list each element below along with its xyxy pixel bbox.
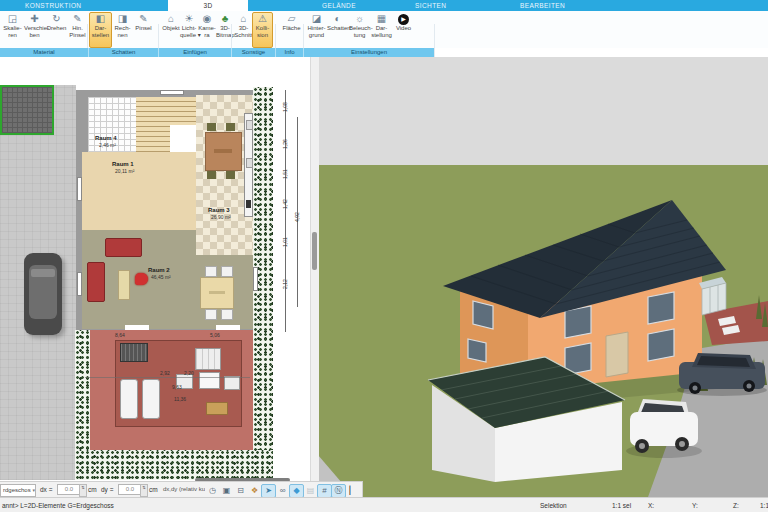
dx-label: dx = (40, 485, 52, 495)
rotate-icon: ↻ (46, 13, 67, 25)
mode-select[interactable]: dx,dy (relativ ku (161, 484, 205, 495)
status-bar: annt> L=2D-Elemente G=Erdgeschoss Selekt… (0, 497, 768, 512)
stair-cutout (170, 125, 196, 152)
status-left-text: annt> L=2D-Elemente G=Erdgeschoss (2, 502, 114, 509)
sun-lounger-2d (120, 379, 138, 419)
section3d-button[interactable]: ⌂3D-Schnitt (233, 12, 254, 48)
material-icon[interactable]: ❖ (247, 484, 262, 498)
group-divider (434, 24, 435, 57)
kitchen-appliance (246, 158, 253, 168)
area-info-button[interactable]: ▱Fläche (280, 12, 303, 48)
collision-icon: ⚠ (253, 13, 272, 25)
layer-select[interactable]: rdgeschos▾ (0, 484, 36, 497)
dimension-label: 4,92 (295, 212, 300, 222)
camera-icon: ◉ (198, 13, 216, 25)
collision-button[interactable]: ⚠Kolli-sion (252, 12, 273, 48)
view3d-diamond-icon[interactable]: ◆ (289, 484, 304, 498)
group-schatten: Schatten (89, 48, 159, 57)
dx-input[interactable]: 0.0 (57, 484, 81, 495)
printer-icon[interactable]: ⊟ (233, 484, 248, 498)
background-button[interactable]: ◪Hinter-grund (305, 12, 328, 48)
room-2-area: 46,45 m² (151, 275, 171, 280)
light-source-button[interactable]: ☀Licht-quelle ▾ (179, 12, 199, 48)
tab-3d[interactable]: 3D (168, 0, 248, 11)
scale-button[interactable]: ◲Skalie-ren (1, 12, 24, 48)
dx-spinner[interactable]: ⇅ (79, 484, 87, 497)
room-1-area: 20,11 m² (115, 169, 134, 174)
chair-2d (226, 171, 235, 179)
window-3d (648, 329, 674, 361)
car-windshield (31, 269, 55, 277)
sky-3d (318, 57, 768, 165)
dy-label: dy = (101, 485, 113, 495)
status-right-scale: 1:1 (760, 502, 768, 509)
lighting-button[interactable]: ☼Beleuch-tung (348, 12, 371, 48)
coffee-table-2d (118, 270, 130, 300)
chair-2d (207, 171, 216, 179)
hedge-bottom (75, 450, 273, 480)
tab-gelaende[interactable]: GELÄNDE (316, 0, 362, 11)
camera-button[interactable]: ◉Kame-ra (197, 12, 217, 48)
grid-icon[interactable]: # (317, 484, 332, 498)
conservatory-3d (702, 283, 726, 315)
sun-lounger-2d (142, 379, 160, 419)
chair-2d (221, 309, 233, 320)
chair-2d (205, 266, 217, 277)
ribbon: ◲Skalie-ren ✚Verschie-ben ↻Drehen ✎Hin.P… (0, 11, 768, 48)
dimension-label: 1,51 (283, 169, 288, 179)
application-window: KONSTRUKTION 3D GELÄNDE SICHTEN BEARBEIT… (0, 0, 768, 512)
chair-2d (226, 123, 235, 131)
layers-icon[interactable]: ▤ (303, 484, 318, 498)
time-icon[interactable]: ◷ (205, 484, 220, 498)
status-scale-sel: 1:1 sel (612, 502, 631, 509)
move-button[interactable]: ✚Verschie-ben (23, 12, 46, 48)
shadow-display-button[interactable]: ◧Dar-stellen (89, 12, 112, 48)
dimension-rail (285, 90, 286, 332)
area-icon: ▱ (281, 13, 302, 25)
tab-sichten[interactable]: SICHTEN (409, 0, 452, 11)
render-monitor-icon[interactable]: ▣ (219, 484, 234, 498)
shadow-brush-icon: ✎ (133, 13, 154, 25)
window-3d (565, 306, 591, 338)
grill-2d (120, 343, 148, 362)
tab-konstruktion[interactable]: KONSTRUKTION (19, 0, 87, 11)
shadow-calc-icon: ◨ (112, 13, 133, 25)
vertical-scrollbar[interactable] (310, 57, 319, 481)
shadow-settings-button[interactable]: ◐Schatten (326, 12, 349, 48)
dy-input[interactable]: 0.0 (118, 484, 142, 495)
brush-button[interactable]: ✎Hin.Pinsel (66, 12, 89, 48)
binoculars-icon[interactable]: ∞ (275, 484, 290, 498)
status-z-label: Z: (733, 502, 739, 509)
sofa-2d (87, 262, 105, 302)
display-settings-button[interactable]: ▦Dar-stellung (370, 12, 393, 48)
vertical-scrollbar-thumb[interactable] (312, 232, 317, 270)
navigate-cursor-icon[interactable]: ➤ (261, 484, 276, 498)
room-3-label: Raum 3 (208, 207, 230, 213)
shadow-calc-button[interactable]: ◨Rech-nen (111, 12, 134, 48)
dimension-label: 11,36 (174, 397, 186, 402)
bitmap3d-button[interactable]: ♣3D-Bitmap (215, 12, 235, 48)
selected-object-marker[interactable] (135, 273, 148, 285)
group-einstellungen: Einstellungen (304, 48, 434, 57)
garden-bench-2d (206, 402, 228, 415)
background-icon: ◪ (306, 13, 327, 25)
window-2d (253, 267, 258, 291)
dimension-label: 1,08 (283, 102, 288, 112)
dining-table-2d (205, 132, 242, 171)
garage-2d-selected[interactable] (0, 85, 54, 135)
bottom-toolbar: rdgeschos▾ dx = 0.0 ⇅ cm dy = 0.0 ⇅ cm d… (0, 481, 363, 498)
viewport-3d[interactable] (318, 57, 768, 497)
cursor-bar-icon[interactable]: ▏ (345, 484, 360, 498)
hedge-left (75, 330, 90, 457)
north-icon[interactable]: Ⓝ (331, 484, 346, 498)
tab-bearbeiten[interactable]: BEARBEITEN (514, 0, 571, 11)
window-3d (473, 301, 493, 329)
video-button[interactable]: ▶Video (392, 12, 415, 48)
table-detail (214, 149, 232, 153)
rotate-button[interactable]: ↻Drehen (45, 12, 68, 48)
video-icon: ▶ (398, 14, 409, 25)
shadow-brush-button[interactable]: ✎Pinsel (132, 12, 155, 48)
dy-spinner[interactable]: ⇅ (140, 484, 148, 497)
plan-2d-viewport[interactable]: Raum 1 20,11 m² Raum 2 46,45 m² Raum 3 2… (0, 57, 319, 481)
insert-object-button[interactable]: ⌂Objekt (161, 12, 181, 48)
